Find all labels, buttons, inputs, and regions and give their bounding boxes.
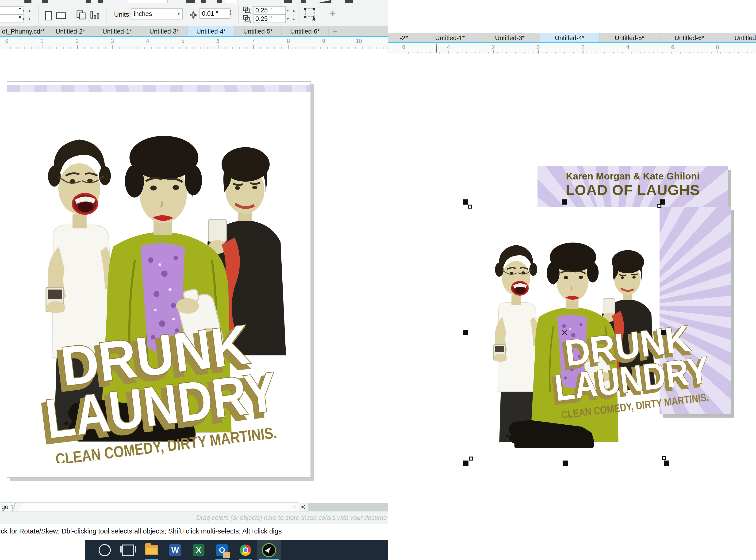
tab-ofPhunnycdr[interactable]: of_Phunny.cdr* (0, 26, 47, 37)
page-dimensions-icon[interactable] (90, 10, 99, 20)
running-indicator (145, 559, 158, 560)
header-names-text[interactable]: Karen Morgan & Kate Ghiloni (538, 171, 728, 182)
clipped-toolbar-row (0, 0, 388, 4)
selection-handle-top-center[interactable] (562, 199, 567, 204)
toolbar-fragment[interactable] (98, 0, 103, 3)
word-icon: W (169, 544, 181, 556)
taskbar-task-view-button[interactable] (116, 540, 140, 560)
toolbar-fragment[interactable] (186, 0, 195, 3)
ruler-number: 1 (41, 38, 44, 44)
duplicate-y-spinner[interactable]: ▾ ▴ (287, 16, 296, 21)
ruler-number: 2 (76, 38, 79, 44)
selection-center-marker[interactable] (561, 329, 567, 336)
selection-handle-middle-left[interactable] (463, 330, 468, 335)
ruler-number: 7 (252, 38, 255, 44)
duplicate-x-field[interactable]: 0.25 " (253, 6, 286, 15)
tab-Untitled-7[interactable]: Untitled-7* (719, 33, 756, 43)
status-bar-text: lick for Rotate/Skew; Dbl-clicking tool … (0, 527, 282, 535)
tab-Untitled-3[interactable]: Untitled-3* (141, 26, 188, 37)
units-dropdown[interactable]: inches ▾ (131, 8, 182, 19)
selection-handle-bottom-left[interactable] (463, 461, 468, 466)
ruler-number: 6 (402, 44, 405, 51)
toolbar-fragment[interactable] (42, 0, 49, 3)
app-screen: DRUNK LAUNDRY DRUNK LAUNDRY CLEAN COMEDY… (0, 0, 756, 560)
height-spinner[interactable]: ▾ ▴ (22, 16, 32, 21)
rotation-handle[interactable] (657, 204, 661, 208)
zoom-combo-fragment[interactable] (128, 0, 168, 3)
tab-Untitled-5[interactable]: Untitled-5* (600, 33, 660, 43)
toolbar-fragment[interactable] (24, 0, 32, 3)
horizontal-ruler-left[interactable]: 012345678910 (0, 37, 388, 49)
ruler-number: 8 (716, 44, 719, 51)
landscape-orientation-button[interactable] (55, 8, 67, 23)
scroll-left-button[interactable]: < (298, 502, 308, 512)
nudge-distance-field[interactable]: 0.01 " (199, 8, 231, 19)
toolbar-fragment[interactable] (284, 0, 292, 3)
header-title-text[interactable]: LOAD OF LAUGHS (538, 182, 728, 198)
ruler-position-marker (436, 44, 437, 53)
toolbar-fragment[interactable] (302, 0, 306, 3)
taskbar-word-button[interactable]: W (163, 540, 187, 560)
width-spinner[interactable]: ▾ ▴ (22, 8, 32, 13)
landscape-icon (56, 13, 66, 19)
header-shadow (728, 170, 731, 211)
selection-handle-bottom-center[interactable] (563, 461, 568, 466)
envelope-icon (223, 552, 230, 558)
taskbar-outlook-button[interactable]: O (210, 540, 234, 560)
tab-Untitled-2[interactable]: Untitled-2* (47, 26, 94, 37)
running-indicator (239, 559, 252, 560)
taskbar-excel-button[interactable]: X (187, 540, 210, 560)
tab-Untitled-4[interactable]: Untitled-4* (188, 26, 235, 37)
taskbar-file-explorer-button[interactable] (140, 540, 163, 560)
portrait-orientation-button[interactable] (43, 8, 54, 23)
toolbar-fragment[interactable] (86, 0, 91, 3)
tab-Untitled-5[interactable]: Untitled-5* (235, 26, 282, 37)
taskbar-cortana-button[interactable] (93, 540, 116, 560)
add-control-button[interactable]: + (330, 9, 336, 17)
chrome-icon (240, 544, 251, 556)
ruler-number: 0 (537, 44, 540, 51)
selection-handle-bottom-right[interactable] (664, 461, 669, 466)
tab-Untitled-4[interactable]: Untitled-4* (540, 33, 600, 43)
tab-Untitled-1[interactable]: Untitled-1* (420, 33, 480, 43)
rotation-handle[interactable] (469, 457, 473, 461)
ruler-number: 4 (447, 44, 450, 51)
duplicate-x-spinner[interactable]: ▾ ▴ (287, 8, 296, 13)
new-document-button[interactable]: + (329, 26, 341, 37)
treat-as-filled-icon[interactable] (304, 7, 317, 21)
object-height-field[interactable]: " (0, 15, 23, 23)
rotation-handle[interactable] (468, 204, 472, 208)
horizontal-ruler-right[interactable]: 64202468 (388, 43, 756, 54)
taskbar-coreldraw-button[interactable] (257, 540, 281, 560)
all-pages-icon[interactable] (77, 10, 86, 20)
toolbar-fragment[interactable] (217, 0, 222, 3)
nudge-spinner[interactable]: ▴▾ (230, 9, 231, 16)
toolbar-fragment[interactable] (201, 0, 206, 3)
poster-title-block-small[interactable] (550, 316, 710, 418)
duplicate-y-field[interactable]: 0.25 " (253, 15, 286, 23)
page-navigation-bar[interactable]: ge 1 (0, 502, 298, 512)
selection-handle-middle-right[interactable] (661, 330, 666, 335)
page-tab[interactable]: ge 1 (1, 503, 14, 511)
tab--2[interactable]: -2* (388, 33, 420, 43)
horizontal-scrollbar-thumb[interactable] (308, 503, 388, 511)
svg-text:x: x (250, 11, 251, 15)
tab-Untitled-1[interactable]: Untitled-1* (94, 26, 141, 37)
ruler-number: 4 (626, 44, 629, 51)
rotation-handle[interactable] (662, 456, 666, 460)
tab-Untitled-6[interactable]: Untitled-6* (660, 33, 719, 43)
drag-grip-dots[interactable] (293, 505, 294, 505)
toolbar-fragment[interactable] (345, 0, 353, 3)
selection-handle-top-left[interactable] (463, 199, 468, 204)
taskbar-chrome-button[interactable] (234, 540, 257, 560)
tab-Untitled-3[interactable]: Untitled-3* (480, 33, 540, 43)
toolbar-fragment[interactable] (317, 0, 331, 3)
strip-shadow (731, 210, 734, 418)
toolbar-fragment[interactable] (225, 0, 238, 3)
ruler-number: 2 (492, 44, 495, 51)
selection-handle-top-right[interactable] (660, 199, 665, 204)
chevron-down-icon: ▾ (177, 11, 180, 16)
object-width-field[interactable]: " (0, 6, 23, 15)
tab-Untitled-6[interactable]: Untitled-6* (282, 26, 329, 37)
document-palette-strip[interactable]: Drag colors (or objects) here to store t… (0, 512, 388, 524)
